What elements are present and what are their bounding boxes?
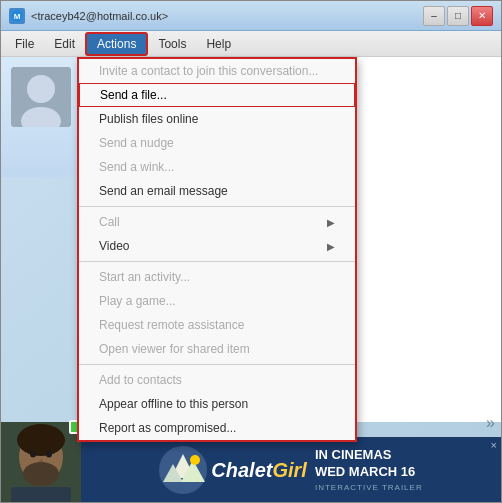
menu-item-invite-contact[interactable]: Invite a contact to join this conversati…: [79, 59, 355, 83]
banner-subtext: INTERACTIVE TRAILER: [315, 483, 423, 492]
menu-item-add-contacts[interactable]: Add to contacts: [79, 368, 355, 392]
menu-edit[interactable]: Edit: [44, 34, 85, 54]
menu-item-remote-assistance[interactable]: Request remote assistance: [79, 313, 355, 337]
menu-item-play-game[interactable]: Play a game...: [79, 289, 355, 313]
svg-point-12: [23, 462, 59, 486]
titlebar: M <traceyb42@hotmail.co.uk> – □ ✕: [1, 1, 501, 31]
svg-point-8: [17, 424, 65, 456]
window-controls: – □ ✕: [423, 6, 493, 26]
menu-help[interactable]: Help: [196, 34, 241, 54]
svg-point-18: [190, 455, 200, 465]
menu-item-send-email[interactable]: Send an email message: [79, 179, 355, 203]
svg-text:M: M: [14, 12, 21, 21]
svg-rect-13: [11, 487, 71, 502]
submenu-arrow-call: ▶: [327, 217, 335, 228]
menubar: File Edit Actions Tools Help: [1, 31, 501, 57]
menu-item-publish-files[interactable]: Publish files online: [79, 107, 355, 131]
menu-file[interactable]: File: [5, 34, 44, 54]
banner-logo: ChaletGirl: [211, 460, 307, 480]
menu-item-report-compromised[interactable]: Report as compromised...: [79, 416, 355, 440]
contact-avatar-area: [1, 57, 81, 177]
separator-1: [79, 206, 355, 207]
expand-icon[interactable]: »: [486, 414, 495, 432]
menu-item-call[interactable]: Call ▶: [79, 210, 355, 234]
separator-3: [79, 364, 355, 365]
menu-item-video[interactable]: Video ▶: [79, 234, 355, 258]
banner-ad[interactable]: ChaletGirl IN CINEMAS WED MARCH 16 INTER…: [81, 437, 501, 502]
submenu-arrow-video: ▶: [327, 241, 335, 252]
minimize-button[interactable]: –: [423, 6, 445, 26]
svg-point-9: [30, 451, 36, 458]
banner-close[interactable]: ×: [491, 439, 497, 451]
banner-text-line1: IN CINEMAS: [315, 447, 423, 464]
contact-avatar: [11, 67, 71, 127]
svg-point-10: [46, 451, 52, 458]
menu-item-open-viewer[interactable]: Open viewer for shared item: [79, 337, 355, 361]
window-title: <traceyb42@hotmail.co.uk>: [31, 10, 423, 22]
menu-item-start-activity[interactable]: Start an activity...: [79, 265, 355, 289]
actions-dropdown: Invite a contact to join this conversati…: [77, 57, 357, 442]
restore-button[interactable]: □: [447, 6, 469, 26]
svg-point-3: [27, 75, 55, 103]
app-icon: M: [9, 8, 25, 24]
menu-actions[interactable]: Actions: [85, 32, 148, 56]
menu-tools[interactable]: Tools: [148, 34, 196, 54]
close-button[interactable]: ✕: [471, 6, 493, 26]
banner-text-container: IN CINEMAS WED MARCH 16 INTERACTIVE TRAI…: [315, 447, 423, 492]
menu-item-send-wink[interactable]: Send a wink...: [79, 155, 355, 179]
user-avatar: [1, 422, 81, 502]
separator-2: [79, 261, 355, 262]
banner-logo-container: ChaletGirl: [211, 460, 307, 480]
menu-item-send-nudge[interactable]: Send a nudge: [79, 131, 355, 155]
banner-text-line2: WED MARCH 16: [315, 464, 423, 481]
menu-item-send-file[interactable]: Send a file...: [79, 83, 355, 107]
menu-item-appear-offline[interactable]: Appear offline to this person: [79, 392, 355, 416]
main-window: M <traceyb42@hotmail.co.uk> – □ ✕ File E…: [0, 0, 502, 503]
